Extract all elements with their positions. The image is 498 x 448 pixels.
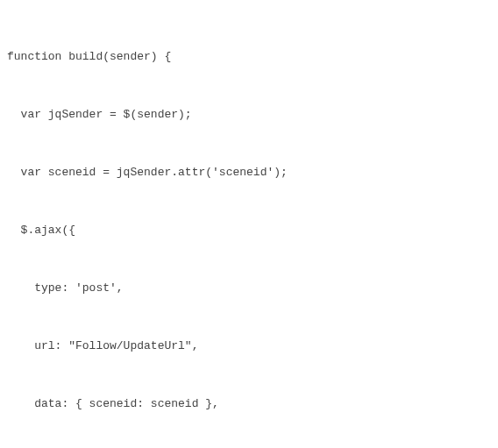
code-line: $.ajax({ [7,221,491,240]
code-line: type: 'post', [7,279,491,298]
code-snippet: function build(sender) { var jqSender = … [7,9,491,448]
code-line: function build(sender) { [7,47,491,67]
code-line: data: { sceneid: sceneid }, [7,395,491,414]
code-line: url: "Follow/UpdateUrl", [7,337,491,356]
code-line: var jqSender = $(sender); [7,105,491,124]
code-line: var sceneid = jqSender.attr('sceneid'); [7,163,491,182]
